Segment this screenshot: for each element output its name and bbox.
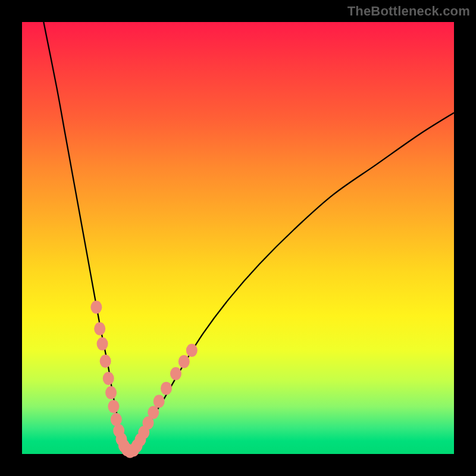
sample-dot bbox=[100, 355, 111, 368]
sample-dot bbox=[97, 337, 108, 350]
bottleneck-curve bbox=[43, 22, 454, 452]
sample-dot bbox=[105, 386, 117, 399]
chart-frame: TheBottleneck.com bbox=[0, 0, 476, 476]
sample-dot bbox=[103, 372, 114, 385]
sample-dot bbox=[90, 300, 102, 314]
sample-dot bbox=[108, 400, 119, 413]
sample-dot bbox=[178, 355, 190, 368]
sample-dot bbox=[170, 367, 181, 380]
plot-area bbox=[22, 22, 454, 454]
sample-dot bbox=[148, 406, 159, 419]
sample-dot bbox=[154, 394, 165, 408]
sample-dot bbox=[161, 382, 172, 395]
sample-dots-group bbox=[90, 300, 197, 458]
curve-svg bbox=[22, 22, 454, 454]
sample-dot bbox=[111, 413, 122, 426]
watermark-text: TheBottleneck.com bbox=[347, 4, 470, 19]
sample-dot bbox=[186, 344, 198, 357]
sample-dot bbox=[94, 322, 105, 335]
